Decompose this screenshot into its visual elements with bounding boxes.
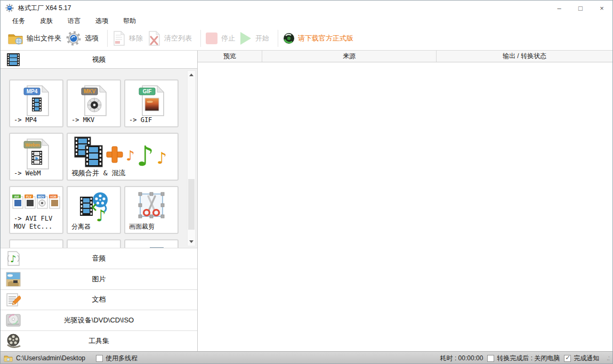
category-audio-label: 音频 — [1, 254, 197, 263]
svg-text:MOV: MOV — [38, 195, 45, 198]
scrollbar-thumb[interactable] — [188, 179, 195, 230]
category-picture-label: 图片 — [1, 274, 197, 284]
status-bar: C:\Users\admin\Desktop 使用多线程 耗时 : 00:00:… — [1, 351, 612, 364]
notify-complete-label: 完成通知 — [574, 354, 599, 363]
title-bar: 格式工厂 X64 5.17 – □ × — [1, 1, 612, 15]
tile-crop[interactable]: 画面裁剪 — [124, 186, 179, 234]
category-list: ♪ 音频 图片 — [1, 248, 197, 351]
audio-icon: ♪ — [6, 250, 21, 266]
app-window: 格式工厂 X64 5.17 – □ × 任务 皮肤 语言 选项 帮助 输出文件夹 — [0, 0, 613, 364]
document-icon — [6, 292, 21, 307]
splitter-icon: ♪ — [68, 190, 120, 222]
minimize-button[interactable]: – — [549, 1, 570, 15]
tile-label: -> AVI FLV MOV Etc... — [14, 215, 61, 231]
partial-icon — [10, 244, 62, 248]
maximize-button[interactable]: □ — [570, 1, 591, 15]
scroll-up-button[interactable] — [188, 71, 195, 78]
tile-to-mp4[interactable]: MP4 — [9, 79, 63, 127]
svg-text:♪: ♪ — [136, 140, 154, 169]
clear-list-button[interactable]: 清空列表 — [147, 30, 192, 46]
tile-label: -> MKV — [71, 116, 118, 124]
multithread-checkbox[interactable] — [96, 355, 103, 362]
category-optical-label: 光驱设备\DVD\CD\ISO — [1, 316, 197, 325]
shutdown-after-checkbox[interactable] — [487, 355, 494, 362]
tile-to-gif[interactable]: GIF -> GIF — [124, 79, 179, 127]
tile-partial-1[interactable] — [9, 239, 63, 248]
menu-help[interactable]: 帮助 — [121, 15, 138, 27]
column-output-status[interactable]: 输出 / 转换状态 — [437, 51, 612, 62]
clear-list-label: 清空列表 — [164, 34, 192, 43]
options-label: 选项 — [85, 34, 99, 43]
menu-language[interactable]: 语言 — [66, 15, 83, 27]
multithread-label: 使用多线程 — [106, 354, 138, 363]
sidebar: 视频 MP4 — [1, 51, 198, 351]
tile-partial-2[interactable] — [67, 239, 121, 248]
webm-file-icon: Webm — [10, 137, 62, 171]
film-reel-icon — [6, 333, 22, 349]
toolbar-separator — [107, 30, 108, 47]
category-video-selected[interactable]: 视频 — [1, 51, 197, 69]
gear-icon — [66, 30, 82, 46]
tile-to-mkv[interactable]: MKV -> MKV — [67, 79, 121, 127]
category-picture[interactable]: 图片 — [1, 269, 197, 289]
tile-to-avi-flv-mov[interactable]: AVI FLV — [9, 186, 63, 234]
mp4-file-icon: MP4 — [10, 84, 62, 118]
close-button[interactable]: × — [591, 1, 612, 15]
video-tools-panel: MP4 — [1, 69, 197, 248]
resize-grip[interactable]: .: — [607, 354, 609, 362]
menu-tasks[interactable]: 任务 — [10, 15, 27, 27]
tile-label: -> MP4 — [14, 116, 61, 124]
svg-text:Webm: Webm — [26, 142, 40, 148]
toolbar: 输出文件夹 选项 移除 — [1, 27, 612, 50]
svg-text:♪: ♪ — [10, 253, 17, 264]
toolbar-separator — [200, 30, 201, 47]
arrow-up-icon — [189, 74, 193, 76]
svg-text:MKV: MKV — [84, 88, 96, 94]
task-list-panel: 预览 来源 输出 / 转换状态 — [198, 51, 612, 351]
stop-icon — [205, 32, 218, 45]
elapsed-time: 耗时 : 00:00:00 — [440, 354, 483, 363]
options-button[interactable]: 选项 — [66, 30, 99, 46]
scroll-down-button[interactable] — [188, 238, 195, 245]
category-document-label: 文档 — [1, 295, 197, 304]
gif-file-icon: GIF — [125, 84, 178, 118]
arrow-down-icon — [189, 240, 193, 243]
picture-icon — [6, 272, 21, 287]
tile-to-webm[interactable]: Webm — [9, 133, 63, 181]
category-audio[interactable]: ♪ 音频 — [1, 248, 197, 269]
start-label: 开始 — [255, 34, 269, 43]
category-toolset-label: 工具集 — [1, 336, 197, 346]
task-list-body[interactable] — [198, 62, 612, 351]
crop-scissors-icon — [125, 190, 178, 221]
tile-label: -> GIF — [129, 116, 176, 124]
tile-partial-3[interactable] — [124, 239, 179, 248]
window-title: 格式工厂 X64 5.17 — [18, 4, 71, 13]
menu-skin[interactable]: 皮肤 — [38, 15, 55, 27]
svg-text:FLV: FLV — [26, 195, 31, 198]
download-official-link[interactable]: 请下载官方正式版 — [283, 32, 353, 45]
category-toolset[interactable]: 工具集 — [1, 330, 197, 351]
clear-list-icon — [147, 30, 161, 46]
category-video-label: 视频 — [1, 55, 197, 64]
output-path: C:\Users\admin\Desktop — [16, 354, 85, 362]
column-source[interactable]: 来源 — [262, 51, 437, 62]
stop-button[interactable]: 停止 — [205, 32, 235, 45]
remove-label: 移除 — [129, 34, 143, 43]
start-button[interactable]: 开始 — [239, 31, 269, 45]
column-preview[interactable]: 预览 — [198, 51, 262, 62]
tile-panel-scrollbar[interactable] — [187, 70, 196, 246]
tile-label: 视频合并 & 混流 — [71, 169, 173, 177]
output-folder-button[interactable]: 输出文件夹 — [7, 31, 61, 45]
tile-splitter[interactable]: ♪ 分离器 — [67, 186, 121, 234]
svg-text:GIF: GIF — [143, 88, 152, 94]
category-document[interactable]: 文档 — [1, 289, 197, 310]
menu-options[interactable]: 选项 — [93, 15, 110, 27]
remove-button[interactable]: 移除 — [112, 30, 143, 46]
tile-video-merge-mux[interactable]: ♪ ♪ ♪ 视频合并 & 混流 — [67, 133, 179, 181]
svg-text:♪: ♪ — [96, 206, 106, 222]
start-icon — [239, 31, 252, 45]
tile-label: 分离器 — [71, 223, 118, 231]
svg-text:♪: ♪ — [126, 148, 135, 164]
category-optical-dvd-cd-iso[interactable]: 光驱设备\DVD\CD\ISO — [1, 310, 197, 330]
notify-complete-checkbox[interactable] — [564, 355, 571, 362]
